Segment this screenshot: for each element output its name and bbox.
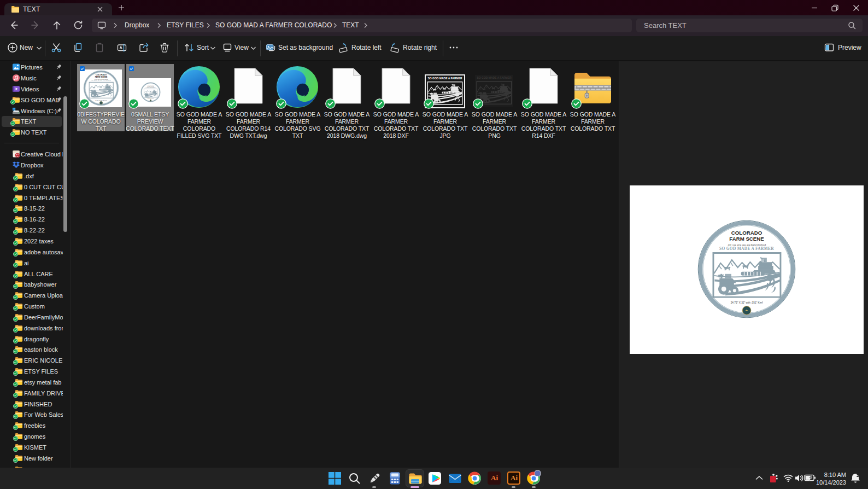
svg-text:SO GOD MADE A FARMER: SO GOD MADE A FARMER [477, 76, 512, 79]
svg-text:SO GOD MADE A FARMER: SO GOD MADE A FARMER [427, 77, 462, 80]
